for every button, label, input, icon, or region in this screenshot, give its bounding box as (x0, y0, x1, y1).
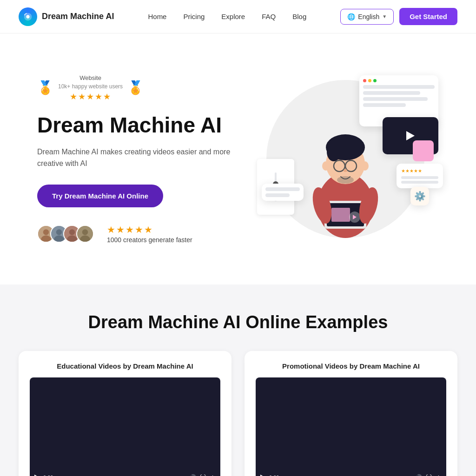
hero-social-proof: ★★★★★ 1000 creators generate faster (37, 224, 243, 244)
svg-point-20 (327, 143, 341, 161)
language-flag: 🌐 (347, 13, 355, 20)
svg-point-25 (337, 176, 354, 184)
navbar-actions: 🌐 English ▼ Get Started (340, 8, 457, 25)
card-line (265, 193, 290, 197)
laurel-right-icon: 🏅 (127, 81, 144, 94)
brand-logo[interactable]: Dream Machine AI (19, 7, 114, 26)
card-2-title: Promotional Videos by Dream Machine AI (256, 362, 446, 370)
content-line (363, 97, 428, 101)
social-text: ★★★★★ 1000 creators generate faster (107, 224, 192, 244)
svg-point-7 (69, 229, 75, 235)
badge-center: Website 10k+ happy website users ★★★★★ (58, 74, 123, 102)
svg-point-10 (82, 229, 88, 235)
logo-svg (23, 12, 33, 22)
dot-red (363, 79, 366, 82)
hero-section: 🏅 Website 10k+ happy website users ★★★★★… (0, 33, 476, 284)
nav-links: Home Pricing Explore FAQ Blog (148, 13, 306, 20)
hero-title: Dream Machine AI (37, 113, 243, 138)
avatar-group (37, 225, 94, 243)
social-stars: ★★★★★ (107, 224, 192, 235)
examples-title: Dream Machine AI Online Examples (19, 312, 457, 332)
more-icon-1[interactable]: ⋮ (210, 474, 216, 476)
more-icon-2[interactable]: ⋮ (436, 474, 442, 476)
svg-point-5 (54, 236, 64, 243)
illustration-container: ★★★★★ ⚙️ (252, 71, 438, 247)
chevron-down-icon: ▼ (382, 14, 387, 19)
get-started-button[interactable]: Get Started (399, 8, 457, 25)
browser-content (363, 85, 435, 107)
nav-explore[interactable]: Explore (221, 13, 245, 20)
svg-point-1 (43, 229, 49, 235)
fullscreen-icon-2[interactable]: ⛶ (426, 474, 432, 476)
svg-point-26 (322, 161, 330, 171)
avatar (76, 225, 94, 243)
volume-icon-1[interactable]: 🔊 (189, 474, 196, 476)
video-player-2[interactable]: 0:00 🔊 ⛶ ⋮ (256, 377, 446, 476)
card-line (265, 187, 300, 191)
video-controls-2: 0:00 🔊 ⛶ ⋮ (256, 470, 446, 476)
svg-point-27 (361, 161, 369, 171)
language-selector[interactable]: 🌐 English ▼ (340, 9, 394, 25)
nav-pricing[interactable]: Pricing (183, 13, 205, 20)
svg-point-4 (56, 229, 62, 235)
brand-name: Dream Machine AI (42, 12, 114, 21)
browser-dots (363, 79, 435, 82)
gear-card: ⚙️ (410, 187, 429, 205)
video-controls-1: 0:00 🔊 ⛶ ⋮ (30, 470, 220, 476)
dot-yellow (368, 79, 371, 82)
bottom-card (262, 184, 304, 201)
rating-card: ★★★★★ (397, 164, 443, 188)
svg-point-24 (344, 169, 347, 172)
video-player-1[interactable]: 0:00 🔊 ⛶ ⋮ (30, 377, 220, 476)
content-line (363, 103, 406, 107)
badge-title: Website (79, 74, 101, 81)
logo-icon (19, 7, 37, 26)
badge-subtitle: 10k+ happy website users (58, 83, 123, 90)
content-line (363, 85, 435, 89)
laurel-left-icon: 🏅 (37, 81, 53, 94)
rating-bar (401, 176, 438, 179)
svg-point-11 (80, 236, 90, 243)
card-1-title: Educational Videos by Dream Machine AI (30, 362, 220, 370)
social-label: 1000 creators generate faster (107, 236, 192, 244)
pink-accent (413, 140, 434, 161)
example-card-educational: Educational Videos by Dream Machine AI 0… (19, 351, 231, 476)
nav-faq[interactable]: FAQ (262, 13, 276, 20)
dot-green (373, 79, 377, 82)
try-button[interactable]: Try Dream Machine AI Online (37, 185, 163, 207)
hero-description: Dream Machine AI makes creating videos e… (37, 146, 243, 170)
example-card-promotional: Promotional Videos by Dream Machine AI 0… (245, 351, 457, 476)
nav-home[interactable]: Home (148, 13, 166, 20)
volume-icon-2[interactable]: 🔊 (415, 474, 422, 476)
nav-blog[interactable]: Blog (292, 13, 306, 20)
rating-bar (401, 181, 438, 184)
examples-section: Dream Machine AI Online Examples Educati… (0, 284, 476, 476)
svg-point-2 (41, 236, 51, 243)
content-line (363, 91, 420, 95)
svg-rect-15 (331, 208, 350, 222)
hero-badge: 🏅 Website 10k+ happy website users ★★★★★… (37, 74, 243, 102)
rating-stars: ★★★★★ (401, 168, 438, 173)
hero-content: 🏅 Website 10k+ happy website users ★★★★★… (37, 74, 243, 244)
navbar: Dream Machine AI Home Pricing Explore FA… (0, 0, 476, 33)
hero-illustration: ★★★★★ ⚙️ (243, 71, 448, 247)
examples-grid: Educational Videos by Dream Machine AI 0… (19, 351, 457, 476)
fullscreen-icon-1[interactable]: ⛶ (200, 474, 206, 476)
play-icon (406, 131, 415, 140)
video-content (406, 131, 415, 140)
svg-point-8 (67, 236, 77, 243)
language-label: English (358, 13, 379, 20)
badge-stars: ★★★★★ (70, 92, 112, 102)
